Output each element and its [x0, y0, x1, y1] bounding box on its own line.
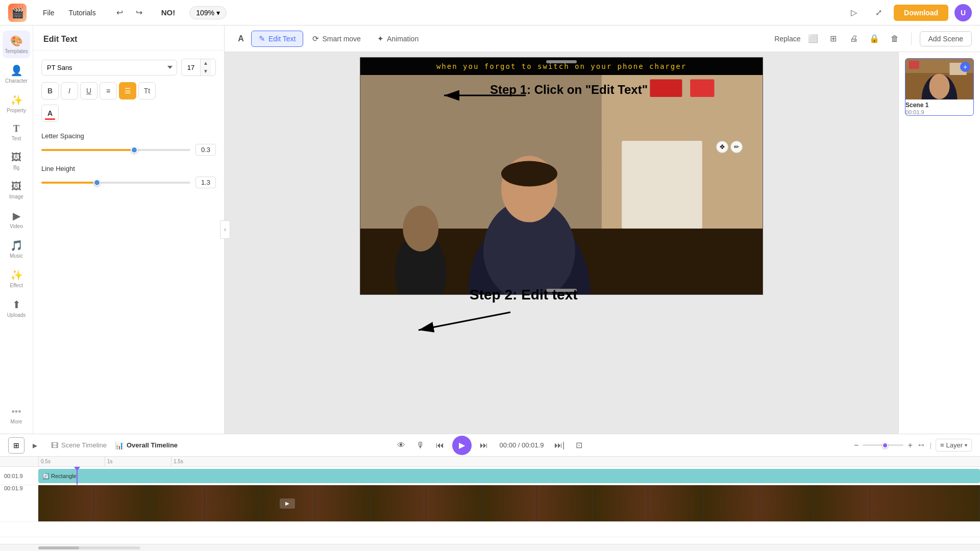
sidebar-item-uploads[interactable]: ⬆ Uploads	[3, 294, 30, 322]
edit-handle-button[interactable]: ✏	[730, 141, 743, 153]
tab-scene-timeline[interactable]: 🎞 Scene Timeline	[51, 438, 107, 453]
sidebar-item-image[interactable]: 🖼 Image	[3, 177, 30, 204]
sidebar-label-bg: Bg	[13, 165, 19, 170]
grid-view-button[interactable]: ⊞	[825, 31, 842, 47]
zoom-in-button[interactable]: +	[908, 441, 912, 450]
panel-collapse-button[interactable]: ‹	[220, 220, 230, 239]
zoom-slider-track[interactable]	[863, 444, 903, 446]
overall-timeline-icon: 📊	[115, 441, 124, 449]
undo-button[interactable]: ↩	[112, 5, 128, 20]
sidebar-item-video[interactable]: ▶ Video	[3, 206, 30, 233]
thumb-frame-16	[870, 485, 980, 521]
font-size-input[interactable]	[182, 62, 200, 73]
scene-thumb-image: +	[905, 59, 973, 99]
timeline-track-rectangle: 00:01.9 🔄 Rectangle	[0, 467, 980, 485]
sidebar-item-character[interactable]: 👤 Character	[3, 60, 30, 88]
scene-thumbnail-1[interactable]: + Scene 1 00:01.9	[905, 58, 974, 116]
scrollbar-thumb[interactable]	[38, 546, 79, 549]
add-scene-to-panel-button[interactable]: +	[960, 62, 970, 72]
eye-toggle-button[interactable]: 👁	[394, 438, 408, 453]
timeline-tool-icons: ⊞ ▸	[8, 437, 43, 454]
bold-button[interactable]: B	[41, 82, 59, 99]
video-thumbnails-strip: ▶	[38, 485, 980, 521]
slider-section: Letter Spacing 0.3 Line Height 1.3	[41, 132, 216, 188]
align-button[interactable]: ≡	[100, 82, 117, 99]
tab-smart-move[interactable]: ⟳ Smart move	[305, 31, 368, 46]
thumb-frame-3	[149, 485, 205, 521]
zoom-control[interactable]: 109% ▾	[189, 6, 227, 19]
animation-icon: ✦	[377, 34, 384, 43]
timeline-tool-button[interactable]: ⊞	[8, 437, 24, 454]
tab-edit-text[interactable]: ✎ Edit Text	[251, 31, 303, 47]
zoom-out-button[interactable]: −	[854, 441, 859, 450]
preview-play-button[interactable]: ▷	[845, 4, 863, 22]
thumb-frame-11	[593, 485, 648, 521]
delete-button[interactable]: 🗑	[887, 31, 903, 47]
download-button[interactable]: Download	[894, 5, 948, 21]
user-avatar[interactable]: U	[954, 4, 972, 21]
text-color-button[interactable]: A	[41, 105, 59, 122]
move-handle-button[interactable]: ✥	[716, 141, 728, 153]
zoom-slider-thumb[interactable]	[882, 442, 888, 448]
tab-animation[interactable]: ✦ Animation	[370, 31, 426, 46]
thumb-frame-5: ▶	[260, 485, 315, 521]
sidebar-item-effect[interactable]: ✨ Effect	[3, 265, 30, 292]
track-block-rectangle[interactable]: 🔄 Rectangle	[38, 469, 980, 483]
bg-icon: 🖼	[11, 152, 21, 163]
redo-button[interactable]: ↪	[132, 5, 147, 20]
share-button[interactable]: ⤢	[869, 4, 888, 22]
sidebar-label-text: Text	[12, 136, 21, 141]
svg-rect-13	[622, 141, 702, 229]
add-scene-button[interactable]: Add Scene	[920, 31, 972, 46]
smart-move-icon: ⟳	[312, 34, 319, 43]
track-content-rectangle[interactable]: 🔄 Rectangle	[38, 467, 980, 485]
line-height-track[interactable]	[41, 182, 190, 184]
tab-overall-timeline[interactable]: 📊 Overall Timeline	[115, 438, 178, 453]
align-center-button[interactable]: ☰	[119, 82, 136, 99]
timeline-content: 0.5s 1s 1.5s 00:01.9 🔄 Rectangle 00:01.9	[0, 457, 980, 544]
split-view-button[interactable]: ⬜	[805, 31, 821, 47]
menu-file[interactable]: File	[37, 7, 61, 19]
topbar-right: ▷ ⤢ Download U	[845, 4, 972, 22]
total-time: 00:01.9	[522, 441, 544, 449]
captions-button[interactable]: ⊡	[572, 438, 586, 453]
right-scene-panel: + Scene 1 00:01.9	[898, 52, 980, 434]
layer-button[interactable]: ≡ Layer ▾	[936, 439, 972, 452]
sidebar-label-character: Character	[5, 78, 28, 84]
thumb-frame-13	[703, 485, 759, 521]
lock-button[interactable]: 🔒	[866, 31, 883, 47]
font-size-up-button[interactable]: ▲	[201, 59, 211, 67]
zoom-chevron-icon: ▾	[216, 9, 220, 17]
sidebar-item-text[interactable]: T Text	[3, 119, 30, 145]
sidebar-item-music[interactable]: 🎵 Music	[3, 235, 30, 263]
video-frame: ✥ ✏	[360, 75, 763, 294]
video-icon: ▶	[13, 210, 20, 222]
prev-frame-button[interactable]: ⏮	[433, 438, 447, 453]
line-height-row: 1.3	[41, 177, 216, 188]
topbar: 🎬 File Tutorials ↩ ↪ NO! 109% ▾ ▷ ⤢ Down…	[0, 0, 980, 26]
next-frame-button[interactable]: ⏭	[477, 438, 491, 453]
letter-spacing-thumb[interactable]	[131, 146, 138, 154]
underline-button[interactable]: U	[80, 82, 97, 99]
sidebar-item-templates[interactable]: 🎨 Templates	[3, 31, 30, 58]
scrollbar-track[interactable]	[38, 546, 140, 549]
sidebar-item-property[interactable]: ✨ Property	[3, 90, 30, 117]
italic-button[interactable]: I	[61, 82, 78, 99]
menu-tutorials[interactable]: Tutorials	[63, 7, 102, 19]
resize-icon[interactable]: ↔	[917, 440, 926, 450]
line-height-thumb[interactable]	[93, 179, 101, 186]
print-button[interactable]: 🖨	[846, 31, 862, 47]
left-sidebar: 🎨 Templates 👤 Character ✨ Property T Tex…	[0, 26, 33, 434]
letter-spacing-track[interactable]	[41, 149, 190, 151]
mic-button[interactable]: 🎙	[413, 438, 428, 453]
toolbar-tabs: A ✎ Edit Text ⟳ Smart move ✦ Animation R…	[225, 26, 980, 52]
font-size-down-button[interactable]: ▼	[201, 67, 211, 76]
text-style-button[interactable]: Tt	[138, 82, 156, 99]
end-button[interactable]: ⏭|	[552, 438, 567, 453]
sidebar-item-more[interactable]: ••• More	[3, 403, 30, 429]
font-select[interactable]: PT Sans	[41, 60, 177, 76]
sidebar-item-bg[interactable]: 🖼 Bg	[3, 147, 30, 174]
divider-dot: |	[930, 442, 932, 449]
play-button[interactable]: ▶	[452, 436, 472, 455]
track-content-video[interactable]: ▶	[38, 485, 980, 521]
